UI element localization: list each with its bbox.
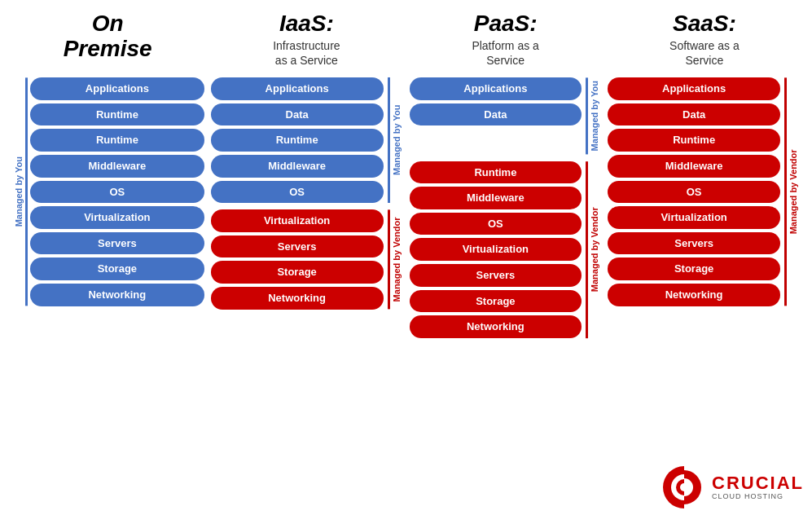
saas-storage: Storage xyxy=(608,258,780,280)
chip-applications-1: Applications xyxy=(30,77,204,100)
paas-runtime: Runtime xyxy=(410,161,582,184)
paas-managed-vendor-bracket: Managed by Vendor xyxy=(586,161,601,338)
column-saas: Applications Data Runtime Middleware OS … xyxy=(608,77,800,306)
crucial-brand-text: CRUCIAL CLOUD HOSTING xyxy=(712,474,804,500)
saas-managed-vendor-bracket: Managed by Vendor xyxy=(784,77,800,306)
on-premise-title: OnPremise xyxy=(17,11,198,62)
crucial-main-text: CRUCIAL xyxy=(712,474,804,492)
paas-chips: Applications Data Managed by You Runtime… xyxy=(410,77,602,338)
chip-os-1: OS xyxy=(30,181,204,204)
paas-networking: Networking xyxy=(410,315,582,338)
chip-storage-1: Storage xyxy=(30,258,204,280)
iaas-applications: Applications xyxy=(211,77,384,100)
content-row: Managed by You Applications Runtime Runt… xyxy=(8,77,804,507)
paas-managed-you-bracket: Managed by You xyxy=(586,77,601,154)
saas-title: SaaS: xyxy=(614,11,795,37)
chip-runtime-1: Runtime xyxy=(30,103,204,126)
iaas-subtitle: Infrastructureas a Service xyxy=(216,38,397,68)
on-premise-chips: Applications Runtime Runtime Middleware … xyxy=(30,77,204,306)
header-paas: PaaS: Platform as aService xyxy=(412,8,599,71)
on-premise-left-bracket: Managed by You xyxy=(12,77,28,306)
chip-servers-1: Servers xyxy=(30,232,204,255)
saas-networking: Networking xyxy=(608,284,780,306)
paas-virtualization: Virtualization xyxy=(410,238,582,261)
iaas-title: IaaS: xyxy=(216,11,397,37)
chip-middleware-1: Middleware xyxy=(30,155,204,178)
header-iaas: IaaS: Infrastructureas a Service xyxy=(213,8,400,71)
saas-runtime: Runtime xyxy=(608,129,780,152)
iaas-servers: Servers xyxy=(211,235,384,258)
saas-chips: Applications Data Runtime Middleware OS … xyxy=(608,77,800,306)
page-container: OnPremise IaaS: Infrastructureas a Servi… xyxy=(0,0,812,515)
saas-data: Data xyxy=(608,103,780,126)
paas-title: PaaS: xyxy=(415,11,596,37)
crucial-sub-text: CLOUD HOSTING xyxy=(712,492,783,500)
header-saas: SaaS: Software as aService xyxy=(611,8,798,71)
column-on-premise: Managed by You Applications Runtime Runt… xyxy=(12,77,204,306)
iaas-os: OS xyxy=(211,181,384,204)
saas-applications: Applications xyxy=(608,77,780,100)
column-iaas: Applications Data Runtime Middleware OS … xyxy=(211,77,403,309)
saas-servers: Servers xyxy=(608,232,780,255)
header-on-premise: OnPremise xyxy=(14,8,201,71)
chip-virtualization-1: Virtualization xyxy=(30,206,204,229)
iaas-middleware: Middleware xyxy=(211,155,384,178)
column-paas: Applications Data Managed by You Runtime… xyxy=(410,77,602,338)
header-row: OnPremise IaaS: Infrastructureas a Servi… xyxy=(8,8,804,71)
iaas-data: Data xyxy=(211,103,384,126)
iaas-virtualization: Virtualization xyxy=(211,209,384,232)
saas-virtualization: Virtualization xyxy=(608,206,780,229)
paas-applications: Applications xyxy=(410,77,582,100)
paas-data: Data xyxy=(410,103,582,126)
saas-os: OS xyxy=(608,181,780,204)
chip-runtime-2: Runtime xyxy=(30,129,204,152)
iaas-managed-vendor-bracket: Managed by Vendor xyxy=(388,209,403,309)
iaas-runtime: Runtime xyxy=(211,129,384,152)
paas-middleware: Middleware xyxy=(410,187,582,209)
paas-subtitle: Platform as aService xyxy=(415,38,596,68)
chip-networking-1: Networking xyxy=(30,284,204,306)
iaas-managed-you-bracket: Managed by You xyxy=(388,77,403,203)
iaas-storage: Storage xyxy=(211,261,384,284)
paas-storage: Storage xyxy=(410,290,582,313)
iaas-networking: Networking xyxy=(211,287,384,310)
paas-os: OS xyxy=(410,213,582,235)
saas-subtitle: Software as aService xyxy=(614,38,795,68)
iaas-chips: Applications Data Runtime Middleware OS … xyxy=(211,77,403,309)
saas-middleware: Middleware xyxy=(608,155,780,178)
paas-servers: Servers xyxy=(410,264,582,287)
crucial-logo-icon xyxy=(663,466,705,508)
logo-area: CRUCIAL CLOUD HOSTING xyxy=(663,466,804,508)
